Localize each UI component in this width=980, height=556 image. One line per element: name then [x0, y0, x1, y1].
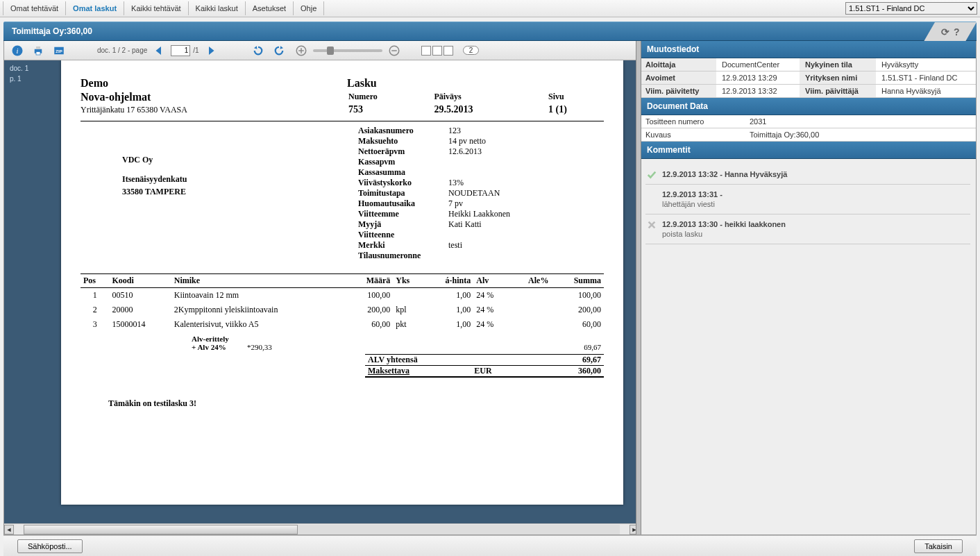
col-header: Ale%	[510, 274, 552, 288]
lbl-num: Numero	[348, 91, 432, 102]
detail-row: Viivästyskorko13%	[358, 178, 604, 188]
check-icon	[647, 170, 657, 180]
lbl-page: Sivu	[548, 91, 602, 102]
panel-document-data-header: Document Data	[640, 98, 976, 115]
email-button[interactable]: Sähköposti...	[17, 539, 83, 553]
sender-address: Yrittäjänkatu 17 65380 VAASA	[81, 105, 187, 115]
col-header: Yks	[393, 274, 424, 288]
thumbnail-column: doc. 1 p. 1	[4, 60, 58, 523]
col-header: Pos	[81, 274, 109, 288]
table-row: 100510Kiintoavain 12 mm100,001,0024 %100…	[81, 288, 604, 303]
detail-row: Huomautusaika7 pv	[358, 199, 604, 209]
side-panel: Muutostiedot AloittajaDocumentCenter Nyk…	[640, 41, 977, 535]
detail-row: Nettoeräpvm12.6.2013	[358, 146, 604, 157]
svg-text:i: i	[17, 47, 19, 54]
comment-item[interactable]: 12.9.2013 13:31 -lähettäjän viesti	[645, 185, 970, 214]
paper-scroll[interactable]: Demo Nova-ohjelmat Yrittäjänkatu 17 6538…	[58, 60, 639, 523]
next-page-icon[interactable]	[202, 43, 220, 58]
view-single-icon[interactable]	[421, 46, 431, 56]
detail-row: Merkkitesti	[358, 240, 604, 251]
col-header: Määrä	[346, 274, 393, 288]
tab-all-invoices[interactable]: Kaikki laskut	[189, 1, 246, 15]
comment-item[interactable]: 12.9.2013 13:32 - Hanna Hyväksyjä	[645, 165, 970, 185]
customer-block: VDC Oy Itsenäisyydenkatu 33580 TAMPERE	[122, 153, 358, 198]
comment-item[interactable]: 12.9.2013 13:30 - heikki laakkonenpoista…	[645, 214, 970, 244]
detail-row: Viitteenne	[358, 230, 604, 240]
info-icon[interactable]: i	[8, 43, 26, 58]
top-nav: Omat tehtävät Omat laskut Kaikki tehtävä…	[0, 0, 980, 17]
redo-icon[interactable]	[270, 43, 288, 58]
panel-muutostiedot-header: Muutostiedot	[640, 41, 976, 58]
table-row: 2200002Kymppitonni yleiskiintoavain200,0…	[81, 303, 604, 317]
zoom-out-icon[interactable]	[385, 43, 403, 58]
invoice-paper: Demo Nova-ohjelmat Yrittäjänkatu 17 6538…	[61, 60, 623, 505]
back-button[interactable]: Takaisin	[914, 539, 963, 553]
meta-grid: AloittajaDocumentCenter Nykyinen tilaHyv…	[640, 58, 976, 98]
view-grid-icon[interactable]	[443, 46, 453, 56]
detail-row: Asiakasnumero123	[358, 126, 604, 136]
svg-rect-4	[36, 51, 40, 55]
titlebar-tools: ⟳ ?	[924, 22, 977, 42]
tab-help[interactable]: Ohje	[294, 1, 324, 15]
sender-demo: Demo	[81, 77, 187, 90]
thumb-doc-label[interactable]: doc. 1	[7, 63, 56, 74]
detail-row: Kassasumma	[358, 167, 604, 178]
zip-icon[interactable]: ZIP	[50, 43, 68, 58]
table-row: 315000014Kalenterisivut, viikko A560,00p…	[81, 317, 604, 332]
tab-all-tasks[interactable]: Kaikki tehtävät	[124, 1, 189, 15]
window-title-bar: Toimittaja Oy:360,00 ⟳ ?	[3, 22, 977, 41]
scroll-left-icon[interactable]: ◄	[4, 525, 14, 534]
col-header: Summa	[551, 274, 604, 288]
bottom-bar: Sähköposti... Takaisin	[3, 535, 977, 556]
val-page: 1 (1)	[548, 103, 602, 115]
refresh-icon[interactable]: ⟳	[941, 26, 949, 37]
detail-row: ToimitustapaNOUDETAAN	[358, 188, 604, 199]
col-header: á-hinta	[424, 274, 473, 288]
viewer-toolbar: i ZIP doc. 1 / 2 - page /1	[4, 41, 639, 60]
document-pane: i ZIP doc. 1 / 2 - page /1	[3, 41, 640, 535]
tab-own-tasks[interactable]: Omat tehtävät	[3, 1, 66, 15]
sender-program: Nova-ohjelmat	[81, 91, 187, 103]
panel-comments-header: Kommentit	[640, 142, 976, 159]
view-mode-toggle	[421, 46, 453, 56]
view-two-icon[interactable]	[432, 46, 442, 56]
lbl-date: Päiväys	[434, 91, 547, 102]
detail-row: ViitteemmeHeikki Laakkonen	[358, 209, 604, 219]
val-num: 753	[348, 103, 432, 115]
top-tabs: Omat tehtävät Omat laskut Kaikki tehtävä…	[3, 1, 324, 15]
col-header: Nimike	[171, 274, 346, 288]
undo-icon[interactable]	[249, 43, 267, 58]
x-icon	[647, 220, 657, 230]
zoom-slider[interactable]	[313, 49, 382, 52]
invoice-title: Lasku	[347, 77, 604, 90]
page-total: /1	[193, 47, 198, 54]
doc-count-badge: 2	[463, 46, 480, 55]
invoice-note: Tämäkin on testilasku 3!	[108, 398, 604, 409]
svg-text:ZIP: ZIP	[56, 49, 62, 53]
tab-own-invoices[interactable]: Omat laskut	[66, 1, 124, 15]
pager: doc. 1 / 2 - page /1	[97, 43, 220, 58]
detail-row: Kassapvm	[358, 157, 604, 167]
window-title: Toimittaja Oy:360,00	[12, 26, 968, 36]
document-area: doc. 1 p. 1 Demo Nova-ohjelmat Yrittäjän…	[4, 60, 639, 523]
col-header: Koodi	[109, 274, 171, 288]
docdata-grid: Tositteen numero2031 KuvausToimittaja Oy…	[640, 115, 976, 142]
val-date: 29.5.2013	[434, 103, 547, 115]
tab-settings[interactable]: Asetukset	[246, 1, 294, 15]
invoice-detail-fields: Asiakasnumero123Maksuehto14 pv nettoNett…	[358, 126, 604, 261]
detail-row: MyyjäKati Katti	[358, 219, 604, 230]
horizontal-scrollbar[interactable]: ◄ ►	[4, 523, 639, 534]
detail-row: Tilausnumeronne	[358, 251, 604, 261]
detail-row: Maksuehto14 pv netto	[358, 136, 604, 146]
prev-page-icon[interactable]	[150, 43, 168, 58]
environment-select[interactable]: 1.51.ST1 - Finland DC	[845, 2, 977, 15]
print-icon[interactable]	[29, 43, 47, 58]
comments-list: 12.9.2013 13:32 - Hanna Hyväksyjä12.9.20…	[640, 159, 976, 534]
svg-rect-3	[36, 47, 40, 49]
line-items-table: PosKoodiNimikeMääräYksá-hintaAlvAle%Summ…	[81, 273, 604, 332]
zoom-in-icon[interactable]	[292, 43, 310, 58]
help-icon[interactable]: ?	[954, 26, 960, 37]
col-header: Alv	[473, 274, 510, 288]
page-input[interactable]	[171, 45, 190, 56]
thumb-page-label[interactable]: p. 1	[7, 74, 56, 84]
